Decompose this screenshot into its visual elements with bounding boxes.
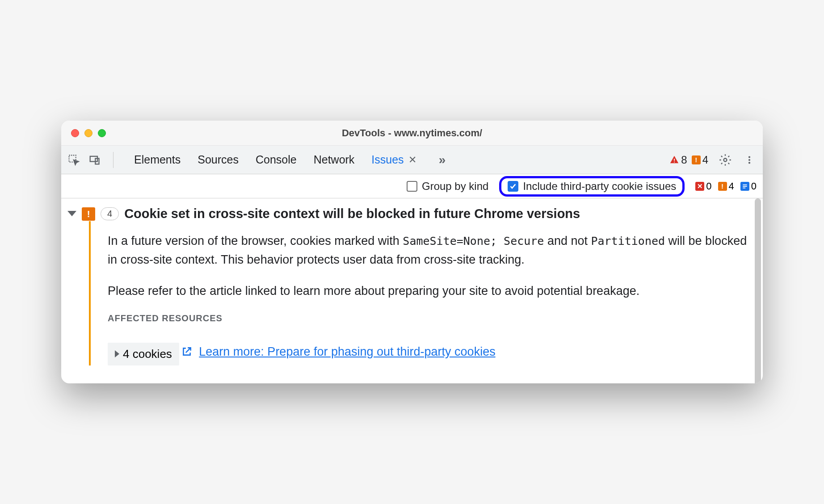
checkbox-icon <box>407 181 417 192</box>
text-fragment: In a future version of the browser, cook… <box>108 234 403 248</box>
external-link-icon <box>181 346 193 357</box>
window-title: DevTools - www.nytimes.com/ <box>342 127 482 139</box>
code-fragment: SameSite=None; Secure <box>403 235 544 248</box>
device-toggle-icon[interactable] <box>88 154 101 166</box>
info-square-icon <box>740 182 749 191</box>
console-errors-badge[interactable]: 8 <box>669 154 687 166</box>
settings-gear-icon[interactable] <box>718 153 732 167</box>
tab-label: Elements <box>134 153 181 166</box>
warnings-count: 4 <box>702 154 708 166</box>
info-filter-badge[interactable]: 0 <box>740 181 757 192</box>
tab-label: Network <box>314 153 355 166</box>
text-fragment: and not <box>544 234 591 248</box>
close-window-button[interactable] <box>71 129 79 137</box>
warning-square-icon: ! <box>692 155 701 164</box>
tabbar-divider <box>113 152 114 168</box>
errors-filter-badge[interactable]: ✕ 0 <box>695 181 711 192</box>
chevron-right-icon <box>115 350 119 357</box>
link-text: Learn more: Prepare for phasing out thir… <box>199 345 495 359</box>
learn-more-link[interactable]: Learn more: Prepare for phasing out thir… <box>181 345 495 359</box>
svg-point-7 <box>748 159 750 161</box>
issue-count-pill: 4 <box>101 207 119 220</box>
devtools-window: DevTools - www.nytimes.com/ Elements Sou… <box>61 121 763 383</box>
svg-rect-4 <box>674 161 675 162</box>
more-tabs-chevron-icon[interactable]: » <box>439 153 446 167</box>
count-value: 4 <box>729 181 734 192</box>
traffic-lights <box>71 129 106 137</box>
tab-label: Issues <box>371 153 404 166</box>
issue-body: In a future version of the browser, cook… <box>89 221 753 365</box>
issue-description-1: In a future version of the browser, cook… <box>108 232 753 269</box>
count-value: 0 <box>706 181 711 192</box>
tab-console[interactable]: Console <box>256 153 297 166</box>
warning-triangle-icon <box>669 155 679 165</box>
error-square-icon: ✕ <box>695 182 704 191</box>
checkbox-checked-icon <box>508 181 518 192</box>
checkbox-label: Include third-party cookie issues <box>523 180 676 193</box>
issue-title: Cookie set in cross-site context will be… <box>124 206 580 221</box>
inspect-element-icon[interactable] <box>67 154 80 166</box>
highlight-annotation: Include third-party cookie issues <box>499 176 685 197</box>
warning-square-icon: ! <box>718 182 727 191</box>
issue-description-2: Please refer to the article linked to le… <box>108 282 753 301</box>
close-icon[interactable]: ✕ <box>408 154 416 166</box>
issue-counts: ✕ 0 ! 4 0 <box>695 181 757 192</box>
code-fragment: Partitioned <box>591 235 665 248</box>
scrollbar[interactable] <box>755 198 761 383</box>
expander-label: 4 cookies <box>123 347 172 361</box>
issue-header-row[interactable]: ! 4 Cookie set in cross-site context wil… <box>65 206 753 221</box>
tab-label: Console <box>256 153 297 166</box>
tab-sources[interactable]: Sources <box>198 153 239 166</box>
group-by-kind-checkbox[interactable]: Group by kind <box>407 180 488 193</box>
issues-content: ! 4 Cookie set in cross-site context wil… <box>61 198 763 383</box>
devtools-tabbar: Elements Sources Console Network Issues … <box>61 146 763 174</box>
svg-rect-1 <box>90 156 97 162</box>
console-warnings-badge[interactable]: ! 4 <box>692 154 708 166</box>
tab-elements[interactable]: Elements <box>134 153 181 166</box>
maximize-window-button[interactable] <box>98 129 106 137</box>
tab-network[interactable]: Network <box>314 153 355 166</box>
errors-count: 8 <box>681 154 687 166</box>
warnings-filter-badge[interactable]: ! 4 <box>718 181 734 192</box>
minimize-window-button[interactable] <box>84 129 92 137</box>
svg-point-5 <box>724 158 727 161</box>
affected-cookies-expander[interactable]: 4 cookies <box>108 343 179 365</box>
svg-rect-3 <box>674 159 675 161</box>
issues-filter-bar: Group by kind Include third-party cookie… <box>61 174 763 198</box>
tab-issues[interactable]: Issues ✕ <box>371 153 416 166</box>
tab-label: Sources <box>198 153 239 166</box>
count-value: 0 <box>751 181 757 192</box>
checkbox-label: Group by kind <box>422 180 488 193</box>
chevron-down-icon[interactable] <box>67 211 76 216</box>
svg-point-6 <box>748 156 750 158</box>
window-titlebar: DevTools - www.nytimes.com/ <box>61 121 763 146</box>
kebab-menu-icon[interactable] <box>742 153 757 167</box>
warning-square-icon: ! <box>82 207 95 221</box>
affected-resources-label: AFFECTED RESOURCES <box>108 313 753 323</box>
svg-point-8 <box>748 162 750 164</box>
include-third-party-checkbox[interactable]: Include third-party cookie issues <box>508 180 676 193</box>
